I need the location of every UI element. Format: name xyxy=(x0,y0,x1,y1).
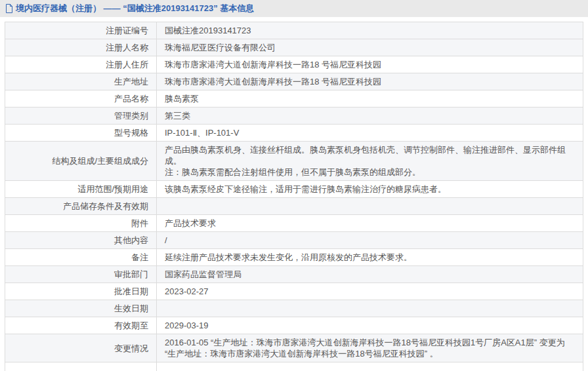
table-row: 审批部门 国家药品监督管理局 xyxy=(5,266,583,283)
row-label: 注册人名称 xyxy=(5,39,157,56)
row-value: 国械注准20193141723 xyxy=(157,22,583,39)
table-row: 生效日期 xyxy=(5,300,583,317)
row-label: 其他内容 xyxy=(5,232,157,249)
row-value: 珠海市唐家港湾大道创新海岸科技一路18 号福尼亚科技园 xyxy=(157,73,583,90)
row-value: 产品由胰岛素泵机身、连接丝杆组成。胰岛素泵机身包括机壳、调节控制部件、输注推进部… xyxy=(157,142,583,181)
table-row: 注 详情 xyxy=(5,362,583,371)
table-row: 备注 延续注册产品技术要求未发生变化，沿用原核发的产品技术要求。 xyxy=(5,249,583,266)
table-row: 批准日期 2023-02-27 xyxy=(5,283,583,300)
row-label: 附件 xyxy=(5,215,157,232)
row-label: 生产地址 xyxy=(5,73,157,90)
row-label: 有效期至 xyxy=(5,317,157,334)
table-row: 注册人住所 珠海市唐家港湾大道创新海岸科技一路18 号福尼亚科技园 xyxy=(5,56,583,73)
row-label: 批准日期 xyxy=(5,283,157,300)
row-label: 型号规格 xyxy=(5,125,157,142)
table-row: 其他内容 / xyxy=(5,232,583,249)
row-value xyxy=(157,300,583,317)
row-value: IP-101-Ⅱ、IP-101-V xyxy=(157,125,583,142)
row-label: 变更情况 xyxy=(5,334,157,362)
row-label: 管理类别 xyxy=(5,107,157,125)
row-value: 胰岛素泵 xyxy=(157,90,583,107)
row-value: 2029-03-19 xyxy=(157,317,583,334)
table-row: 附件 产品技术要求 xyxy=(5,215,583,232)
row-value: 第三类 xyxy=(157,107,583,125)
table-row: 结构及组成/主要组成成分 产品由胰岛素泵机身、连接丝杆组成。胰岛素泵机身包括机壳… xyxy=(5,142,583,181)
row-label: 注 xyxy=(5,362,157,371)
table-row: 有效期至 2029-03-19 xyxy=(5,317,583,334)
table-row: 管理类别 第三类 xyxy=(5,107,583,125)
row-value: 该胰岛素泵经皮下途径输注，适用于需进行胰岛素输注治疗的糖尿病患者。 xyxy=(157,181,583,198)
table-row: 变更情况 2016-01-05 “生产地址：珠海市唐家港湾大道创新海岸科技一路1… xyxy=(5,334,583,362)
table-row: 产品储存条件及有效期 xyxy=(5,198,583,215)
row-value: 2016-01-05 “生产地址：珠海市唐家港湾大道创新海岸科技一路18号福尼亚… xyxy=(157,334,583,362)
row-value xyxy=(157,198,583,215)
row-label: 产品名称 xyxy=(5,90,157,107)
table-row: 适用范围/预期用途 该胰岛素泵经皮下途径输注，适用于需进行胰岛素输注治疗的糖尿病… xyxy=(5,181,583,198)
row-label: 注册证编号 xyxy=(5,22,157,39)
table-row: 注册证编号 国械注准20193141723 xyxy=(5,22,583,39)
table-row: 产品名称 胰岛素泵 xyxy=(5,90,583,107)
table-row: 生产地址 珠海市唐家港湾大道创新海岸科技一路18 号福尼亚科技园 xyxy=(5,73,583,90)
row-label: 备注 xyxy=(5,249,157,266)
row-value: / xyxy=(157,232,583,249)
row-label: 结构及组成/主要组成成分 xyxy=(5,142,157,181)
row-label: 产品储存条件及有效期 xyxy=(5,198,157,215)
row-value: 延续注册产品技术要求未发生变化，沿用原核发的产品技术要求。 xyxy=(157,249,583,266)
table-row: 型号规格 IP-101-Ⅱ、IP-101-V xyxy=(5,125,583,142)
row-value: 产品技术要求 xyxy=(157,215,583,232)
row-label: 注册人住所 xyxy=(5,56,157,73)
row-value: 2023-02-27 xyxy=(157,283,583,300)
row-value: 珠海福尼亚医疗设备有限公司 xyxy=(157,39,583,56)
row-label: 生效日期 xyxy=(5,300,157,317)
page-title: 境内医疗器械（注册） —— “国械注准20193141723” 基本信息 xyxy=(16,3,254,14)
row-value: 珠海市唐家港湾大道创新海岸科技一路18 号福尼亚科技园 xyxy=(157,56,583,73)
row-value: 国家药品监督管理局 xyxy=(157,266,583,283)
table-row: 注册人名称 珠海福尼亚医疗设备有限公司 xyxy=(5,39,583,56)
document-icon xyxy=(5,4,13,13)
page-header: 境内医疗器械（注册） —— “国械注准20193141723” 基本信息 xyxy=(0,0,588,17)
row-value: 详情 xyxy=(157,362,583,371)
registration-info-table: 注册证编号 国械注准20193141723 注册人名称 珠海福尼亚医疗设备有限公… xyxy=(5,22,583,371)
row-label: 适用范围/预期用途 xyxy=(5,181,157,198)
row-label: 审批部门 xyxy=(5,266,157,283)
